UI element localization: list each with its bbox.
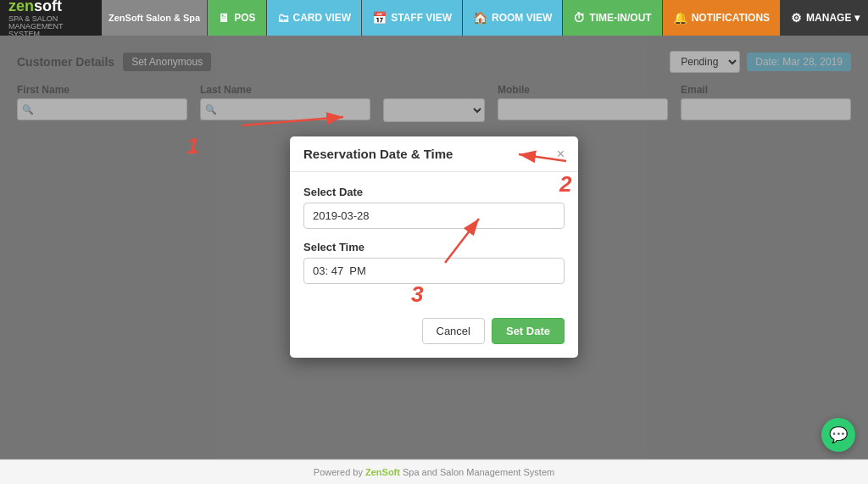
time-input[interactable]: 03: 47 PM [303, 258, 565, 284]
nav-time-inout[interactable]: ⏱ TIME-IN/OUT [562, 0, 661, 36]
select-date-label: Select Date [303, 186, 565, 198]
modal-close-button[interactable]: × [557, 147, 565, 161]
manage-icon: ⚙ [791, 11, 802, 25]
modal-overlay: Reservation Date & Time × Select Date 20… [0, 36, 868, 459]
nav-card-label: CARD VIEW [293, 12, 352, 24]
salon-name: ZenSoft Salon & Spa [102, 0, 207, 36]
nav-staff-view[interactable]: 📅 STAFF VIEW [361, 0, 462, 36]
modal-body: Select Date 2019-03-28 Select Time 03: 4… [290, 172, 578, 309]
brand-tagline: SPA & SALON MANAGEMENT SYSTEM [8, 15, 93, 38]
nav-card-view[interactable]: 🗂 CARD VIEW [266, 0, 362, 36]
modal-title: Reservation Date & Time [303, 147, 453, 161]
brand-logo: zen soft SPA & SALON MANAGEMENT SYSTEM [0, 0, 102, 36]
nav-staff-label: STAFF VIEW [391, 12, 452, 24]
select-time-field: Select Time 03: 47 PM [303, 241, 565, 284]
chat-bubble[interactable]: 💬 [821, 418, 855, 452]
modal-header: Reservation Date & Time × [290, 136, 578, 172]
nav-room-label: ROOM VIEW [492, 12, 552, 24]
time-icon: ⏱ [573, 11, 585, 25]
room-icon: 🏠 [473, 11, 487, 25]
nav-items: 🖥 POS 🗂 CARD VIEW 📅 STAFF VIEW 🏠 ROOM VI… [207, 0, 868, 36]
brand-zen: zen [8, 0, 34, 15]
set-date-button[interactable]: Set Date [492, 318, 565, 344]
nav-pos-label: POS [234, 12, 255, 24]
nav-room-view[interactable]: 🏠 ROOM VIEW [462, 0, 562, 36]
reservation-modal: Reservation Date & Time × Select Date 20… [290, 136, 578, 358]
card-icon: 🗂 [277, 11, 289, 25]
nav-pos[interactable]: 🖥 POS [207, 0, 265, 36]
nav-manage-label: MANAGE ▾ [806, 12, 860, 24]
footer-text: Powered by [314, 467, 365, 477]
notif-icon: 🔔 [673, 11, 687, 25]
nav-notifications[interactable]: 🔔 NOTIFICATIONS [662, 0, 780, 36]
top-navigation: zen soft SPA & SALON MANAGEMENT SYSTEM Z… [0, 0, 868, 36]
staff-icon: 📅 [372, 11, 387, 25]
cancel-button[interactable]: Cancel [422, 318, 485, 344]
footer-zensoft: ZenSoft [365, 467, 400, 477]
pos-icon: 🖥 [218, 11, 230, 25]
select-time-label: Select Time [303, 241, 565, 253]
chat-icon: 💬 [829, 426, 848, 444]
nav-manage[interactable]: ⚙ MANAGE ▾ [780, 0, 868, 36]
modal-footer: Cancel Set Date [290, 309, 578, 358]
nav-notif-label: NOTIFICATIONS [692, 12, 770, 24]
select-date-field: Select Date 2019-03-28 [303, 186, 565, 229]
footer-rest: Spa and Salon Management System [400, 467, 554, 477]
nav-time-label: TIME-IN/OUT [589, 12, 651, 24]
date-input[interactable]: 2019-03-28 [303, 203, 565, 229]
brand-soft: soft [34, 0, 62, 15]
footer: Powered by ZenSoft Spa and Salon Managem… [0, 459, 868, 484]
